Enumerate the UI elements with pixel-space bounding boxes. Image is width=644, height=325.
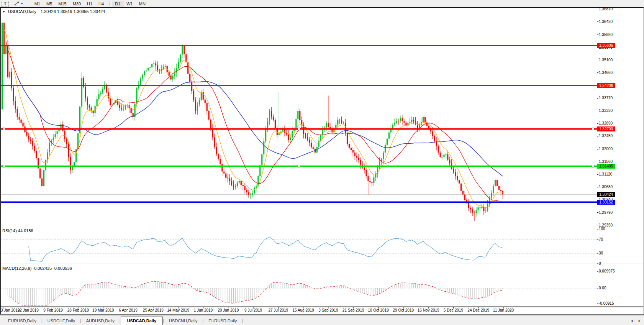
timeframe-button-h1[interactable]: H1	[84, 1, 95, 7]
price-axis-label: 1.35100	[599, 58, 613, 62]
price-axis-tick	[597, 34, 598, 35]
timeframe-button-m30[interactable]: M30	[70, 1, 84, 7]
date-axis-label: 3 Sep 2019	[318, 308, 338, 312]
date-axis-label: 20 Jun 2019	[218, 308, 239, 312]
date-axis-label: 10 Oct 2019	[368, 308, 388, 312]
chart-title: ▼ USDCAD,Daily 1.30426 1.30519 1.30355 1…	[2, 9, 105, 14]
price-axis-label: 1.34660	[599, 71, 613, 75]
arrows-tool-button[interactable]: ▼	[11, 0, 26, 7]
price-axis-tick	[597, 136, 598, 136]
timeframe-button-d1[interactable]: D1	[112, 1, 123, 7]
date-axis-label: 28 Feb 2019	[67, 308, 89, 312]
hline-price-badge: 1.35606	[597, 43, 615, 48]
price-axis-label: 1.32000	[599, 147, 613, 151]
arrows-icon	[14, 1, 20, 6]
date-axis-label: 24 Dec 2019	[467, 308, 489, 312]
symbol-dropdown-icon[interactable]: ▼	[2, 10, 5, 13]
price-axis-label: 1.32890	[599, 121, 613, 126]
price-axis-tick	[597, 21, 598, 22]
price-axis-label: 1.29790	[599, 210, 613, 215]
price-axis-tick	[597, 60, 598, 60]
price-axis-label: 1.33770	[599, 96, 613, 100]
chart-tabs: EURUSD,Daily|USDCHF,Daily|AUDUSD,Daily|U…	[3, 317, 243, 325]
hline-price-badge: 1.31405	[597, 164, 615, 169]
date-axis-label: 6 Apr 2019	[119, 308, 137, 312]
rsi-axis-label: 70	[599, 237, 603, 241]
price-axis-tick	[597, 9, 598, 9]
chart-tabstrip: EURUSD,Daily|USDCHF,Daily|AUDUSD,Daily|U…	[0, 315, 644, 325]
chart-title-ohlc: 1.30426 1.30519 1.30355 1.30424	[41, 9, 105, 14]
timeframe-button-w1[interactable]: W1	[123, 1, 136, 7]
rsi-axis-label: 0	[599, 261, 601, 266]
hline-price-badge: 1.32700	[597, 126, 615, 131]
tab-scroll-right-button[interactable]: ►	[638, 319, 641, 323]
timeframe-button-h4[interactable]: H4	[95, 1, 107, 7]
macd-axis-label: -0.00915	[599, 301, 614, 305]
macd-axis-label: 0.00	[599, 286, 606, 290]
date-axis-label: 15 Aug 2019	[293, 308, 314, 312]
date-axis-label: 11 Jan 2020	[493, 308, 514, 312]
hline-price-badge: 1.30152	[597, 200, 615, 205]
chevron-down-icon: ▼	[21, 1, 23, 6]
tab-scroll-buttons: ◄ ►	[627, 319, 641, 323]
date-axis-label: 21 Sep 2019	[342, 308, 364, 312]
toolbar-separator	[109, 1, 110, 6]
date-axis-label: 22 Jan 2019	[18, 308, 39, 312]
price-axis-tick	[597, 187, 598, 187]
date-axis-label: 3 Jan 2019	[1, 308, 20, 312]
date-axis-label: 27 Jul 2019	[268, 308, 288, 312]
chart-tab-eurusd[interactable]: EURUSD,Daily	[3, 317, 41, 325]
chart-tab-usdcnh[interactable]: USDCNH,Daily	[164, 317, 203, 325]
macd-axis-label: 0.009975	[599, 269, 615, 273]
rsi-axis-label: 30	[599, 251, 603, 255]
timeframe-button-m5[interactable]: M5	[43, 1, 55, 7]
price-axis-label: 1.30680	[599, 185, 613, 189]
tab-divider: |	[242, 318, 243, 325]
price-axis-label: 1.36430	[599, 20, 613, 24]
price-axis-tick	[597, 72, 598, 73]
date-axis-label: 25 Apr 2019	[143, 308, 164, 312]
current-price-badge: 1.30424	[597, 192, 615, 197]
chart-tab-audusd[interactable]: AUDUSD,Daily	[81, 317, 120, 325]
timeframe-button-m1[interactable]: M1	[31, 1, 43, 7]
date-axis-label: 16 Nov 2019	[418, 308, 439, 312]
price-axis-label: 1.33330	[599, 108, 613, 113]
chart-canvas[interactable]	[0, 0, 644, 315]
chart-tab-eurusd[interactable]: EURUSD,Daily	[203, 317, 242, 325]
price-axis-label: 1.35980	[599, 33, 613, 37]
price-axis-tick	[597, 212, 598, 213]
price-axis-tick	[597, 123, 598, 124]
date-axis-label: 1 Jun 2019	[194, 308, 213, 312]
date-axis-label: 9 Feb 2019	[43, 308, 63, 312]
chart-title-symbol: USDCAD,Daily	[8, 9, 36, 14]
price-axis-tick	[597, 162, 598, 162]
price-axis-tick	[597, 225, 598, 225]
chart-tab-usdchf[interactable]: USDCHF,Daily	[43, 317, 80, 325]
tab-scroll-left-button[interactable]: ◄	[630, 319, 634, 323]
date-axis-label: 5 Dec 2019	[444, 308, 463, 312]
toolbar-separator	[29, 1, 29, 6]
timeframe-buttons: M1M5M15M30H1H4D1W1MN	[31, 0, 149, 7]
timeframe-button-m15[interactable]: M15	[55, 1, 69, 7]
price-axis-tick	[597, 98, 598, 98]
rsi-label: RSI(14) 44.0156	[2, 228, 33, 233]
price-axis-label: 1.32450	[599, 134, 613, 138]
price-axis-tick	[597, 174, 598, 175]
timeframe-button-mn[interactable]: MN	[136, 1, 149, 7]
date-axis-label: 14 May 2019	[167, 308, 189, 312]
rsi-axis-label: 100	[599, 227, 605, 231]
date-axis-label: 9 Jul 2019	[244, 308, 262, 312]
price-axis-label: 1.31120	[599, 172, 612, 177]
price-axis-label: 1.36870	[599, 7, 613, 11]
price-axis-tick	[597, 111, 598, 111]
chart-tab-usdcad-active[interactable]: USDCAD,Daily	[121, 317, 163, 325]
text-tool-button[interactable]: T	[2, 1, 9, 7]
date-axis-label: 29 Oct 2019	[393, 308, 414, 312]
price-axis-tick	[597, 149, 598, 149]
date-axis-label: 19 Mar 2019	[92, 308, 114, 312]
macd-label: MACD(12,26,9) -0.002435 -0.003536	[2, 266, 72, 271]
hline-price-badge: 1.34206	[597, 83, 615, 88]
main-toolbar: T ▼ M1M5M15M30H1H4D1W1MN	[0, 0, 644, 7]
